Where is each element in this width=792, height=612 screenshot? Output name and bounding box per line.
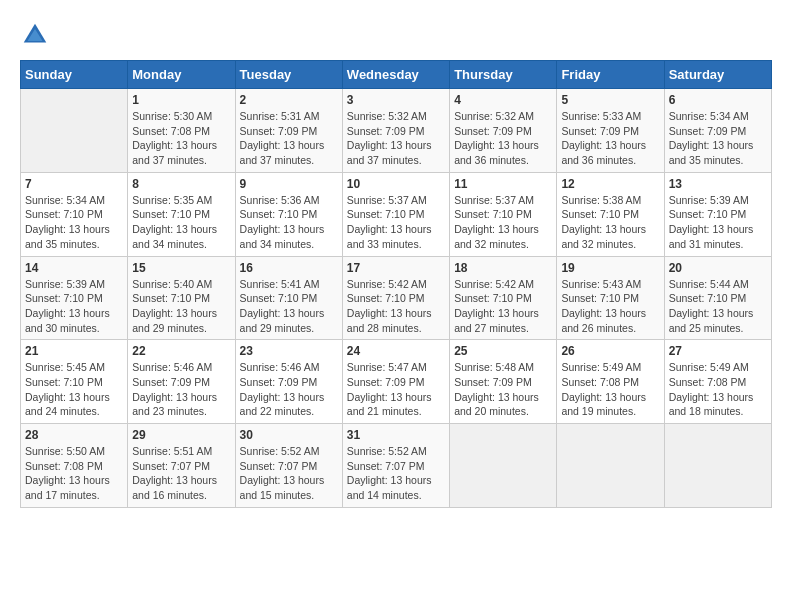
- day-number: 12: [561, 177, 659, 191]
- calendar-cell: 26Sunrise: 5:49 AM Sunset: 7:08 PM Dayli…: [557, 340, 664, 424]
- day-number: 11: [454, 177, 552, 191]
- day-info: Sunrise: 5:40 AM Sunset: 7:10 PM Dayligh…: [132, 277, 230, 336]
- day-number: 1: [132, 93, 230, 107]
- page-header: [20, 20, 772, 50]
- day-number: 30: [240, 428, 338, 442]
- calendar-cell: 13Sunrise: 5:39 AM Sunset: 7:10 PM Dayli…: [664, 172, 771, 256]
- logo-icon: [20, 20, 50, 50]
- day-number: 14: [25, 261, 123, 275]
- day-number: 19: [561, 261, 659, 275]
- calendar-cell: 22Sunrise: 5:46 AM Sunset: 7:09 PM Dayli…: [128, 340, 235, 424]
- day-info: Sunrise: 5:30 AM Sunset: 7:08 PM Dayligh…: [132, 109, 230, 168]
- calendar-cell: 18Sunrise: 5:42 AM Sunset: 7:10 PM Dayli…: [450, 256, 557, 340]
- calendar-cell: [21, 89, 128, 173]
- day-info: Sunrise: 5:32 AM Sunset: 7:09 PM Dayligh…: [454, 109, 552, 168]
- day-number: 24: [347, 344, 445, 358]
- calendar-cell: 27Sunrise: 5:49 AM Sunset: 7:08 PM Dayli…: [664, 340, 771, 424]
- day-info: Sunrise: 5:34 AM Sunset: 7:09 PM Dayligh…: [669, 109, 767, 168]
- day-info: Sunrise: 5:32 AM Sunset: 7:09 PM Dayligh…: [347, 109, 445, 168]
- day-number: 15: [132, 261, 230, 275]
- day-number: 18: [454, 261, 552, 275]
- calendar-cell: 20Sunrise: 5:44 AM Sunset: 7:10 PM Dayli…: [664, 256, 771, 340]
- day-number: 5: [561, 93, 659, 107]
- day-info: Sunrise: 5:34 AM Sunset: 7:10 PM Dayligh…: [25, 193, 123, 252]
- day-number: 20: [669, 261, 767, 275]
- header-day-thursday: Thursday: [450, 61, 557, 89]
- day-number: 13: [669, 177, 767, 191]
- day-number: 21: [25, 344, 123, 358]
- calendar-cell: 23Sunrise: 5:46 AM Sunset: 7:09 PM Dayli…: [235, 340, 342, 424]
- calendar-cell: 2Sunrise: 5:31 AM Sunset: 7:09 PM Daylig…: [235, 89, 342, 173]
- header-day-tuesday: Tuesday: [235, 61, 342, 89]
- calendar-cell: 28Sunrise: 5:50 AM Sunset: 7:08 PM Dayli…: [21, 424, 128, 508]
- day-number: 31: [347, 428, 445, 442]
- calendar-cell: 10Sunrise: 5:37 AM Sunset: 7:10 PM Dayli…: [342, 172, 449, 256]
- day-number: 22: [132, 344, 230, 358]
- calendar-cell: 11Sunrise: 5:37 AM Sunset: 7:10 PM Dayli…: [450, 172, 557, 256]
- day-number: 16: [240, 261, 338, 275]
- day-info: Sunrise: 5:42 AM Sunset: 7:10 PM Dayligh…: [347, 277, 445, 336]
- calendar-cell: 16Sunrise: 5:41 AM Sunset: 7:10 PM Dayli…: [235, 256, 342, 340]
- header-day-saturday: Saturday: [664, 61, 771, 89]
- calendar-cell: 19Sunrise: 5:43 AM Sunset: 7:10 PM Dayli…: [557, 256, 664, 340]
- day-number: 6: [669, 93, 767, 107]
- day-number: 27: [669, 344, 767, 358]
- calendar-cell: 5Sunrise: 5:33 AM Sunset: 7:09 PM Daylig…: [557, 89, 664, 173]
- calendar-week-3: 14Sunrise: 5:39 AM Sunset: 7:10 PM Dayli…: [21, 256, 772, 340]
- day-info: Sunrise: 5:49 AM Sunset: 7:08 PM Dayligh…: [669, 360, 767, 419]
- day-number: 3: [347, 93, 445, 107]
- day-number: 23: [240, 344, 338, 358]
- calendar-table: SundayMondayTuesdayWednesdayThursdayFrid…: [20, 60, 772, 508]
- calendar-cell: [557, 424, 664, 508]
- calendar-body: 1Sunrise: 5:30 AM Sunset: 7:08 PM Daylig…: [21, 89, 772, 508]
- day-info: Sunrise: 5:49 AM Sunset: 7:08 PM Dayligh…: [561, 360, 659, 419]
- day-info: Sunrise: 5:52 AM Sunset: 7:07 PM Dayligh…: [240, 444, 338, 503]
- day-info: Sunrise: 5:39 AM Sunset: 7:10 PM Dayligh…: [669, 193, 767, 252]
- calendar-cell: [450, 424, 557, 508]
- day-info: Sunrise: 5:36 AM Sunset: 7:10 PM Dayligh…: [240, 193, 338, 252]
- header-day-monday: Monday: [128, 61, 235, 89]
- day-info: Sunrise: 5:42 AM Sunset: 7:10 PM Dayligh…: [454, 277, 552, 336]
- day-info: Sunrise: 5:38 AM Sunset: 7:10 PM Dayligh…: [561, 193, 659, 252]
- day-number: 17: [347, 261, 445, 275]
- day-info: Sunrise: 5:50 AM Sunset: 7:08 PM Dayligh…: [25, 444, 123, 503]
- day-number: 10: [347, 177, 445, 191]
- day-info: Sunrise: 5:47 AM Sunset: 7:09 PM Dayligh…: [347, 360, 445, 419]
- day-number: 29: [132, 428, 230, 442]
- calendar-cell: [664, 424, 771, 508]
- calendar-cell: 8Sunrise: 5:35 AM Sunset: 7:10 PM Daylig…: [128, 172, 235, 256]
- header-day-sunday: Sunday: [21, 61, 128, 89]
- day-info: Sunrise: 5:37 AM Sunset: 7:10 PM Dayligh…: [347, 193, 445, 252]
- calendar-cell: 12Sunrise: 5:38 AM Sunset: 7:10 PM Dayli…: [557, 172, 664, 256]
- day-info: Sunrise: 5:46 AM Sunset: 7:09 PM Dayligh…: [240, 360, 338, 419]
- logo: [20, 20, 52, 50]
- calendar-cell: 6Sunrise: 5:34 AM Sunset: 7:09 PM Daylig…: [664, 89, 771, 173]
- calendar-cell: 17Sunrise: 5:42 AM Sunset: 7:10 PM Dayli…: [342, 256, 449, 340]
- calendar-cell: 25Sunrise: 5:48 AM Sunset: 7:09 PM Dayli…: [450, 340, 557, 424]
- calendar-week-1: 1Sunrise: 5:30 AM Sunset: 7:08 PM Daylig…: [21, 89, 772, 173]
- day-info: Sunrise: 5:37 AM Sunset: 7:10 PM Dayligh…: [454, 193, 552, 252]
- day-number: 28: [25, 428, 123, 442]
- day-number: 7: [25, 177, 123, 191]
- calendar-cell: 3Sunrise: 5:32 AM Sunset: 7:09 PM Daylig…: [342, 89, 449, 173]
- day-number: 4: [454, 93, 552, 107]
- day-info: Sunrise: 5:46 AM Sunset: 7:09 PM Dayligh…: [132, 360, 230, 419]
- header-day-wednesday: Wednesday: [342, 61, 449, 89]
- calendar-cell: 15Sunrise: 5:40 AM Sunset: 7:10 PM Dayli…: [128, 256, 235, 340]
- day-info: Sunrise: 5:31 AM Sunset: 7:09 PM Dayligh…: [240, 109, 338, 168]
- day-number: 8: [132, 177, 230, 191]
- calendar-cell: 24Sunrise: 5:47 AM Sunset: 7:09 PM Dayli…: [342, 340, 449, 424]
- day-info: Sunrise: 5:33 AM Sunset: 7:09 PM Dayligh…: [561, 109, 659, 168]
- calendar-week-5: 28Sunrise: 5:50 AM Sunset: 7:08 PM Dayli…: [21, 424, 772, 508]
- day-info: Sunrise: 5:39 AM Sunset: 7:10 PM Dayligh…: [25, 277, 123, 336]
- calendar-cell: 31Sunrise: 5:52 AM Sunset: 7:07 PM Dayli…: [342, 424, 449, 508]
- day-info: Sunrise: 5:44 AM Sunset: 7:10 PM Dayligh…: [669, 277, 767, 336]
- calendar-cell: 14Sunrise: 5:39 AM Sunset: 7:10 PM Dayli…: [21, 256, 128, 340]
- day-number: 25: [454, 344, 552, 358]
- day-info: Sunrise: 5:48 AM Sunset: 7:09 PM Dayligh…: [454, 360, 552, 419]
- calendar-cell: 29Sunrise: 5:51 AM Sunset: 7:07 PM Dayli…: [128, 424, 235, 508]
- calendar-cell: 4Sunrise: 5:32 AM Sunset: 7:09 PM Daylig…: [450, 89, 557, 173]
- day-info: Sunrise: 5:35 AM Sunset: 7:10 PM Dayligh…: [132, 193, 230, 252]
- day-info: Sunrise: 5:45 AM Sunset: 7:10 PM Dayligh…: [25, 360, 123, 419]
- calendar-cell: 30Sunrise: 5:52 AM Sunset: 7:07 PM Dayli…: [235, 424, 342, 508]
